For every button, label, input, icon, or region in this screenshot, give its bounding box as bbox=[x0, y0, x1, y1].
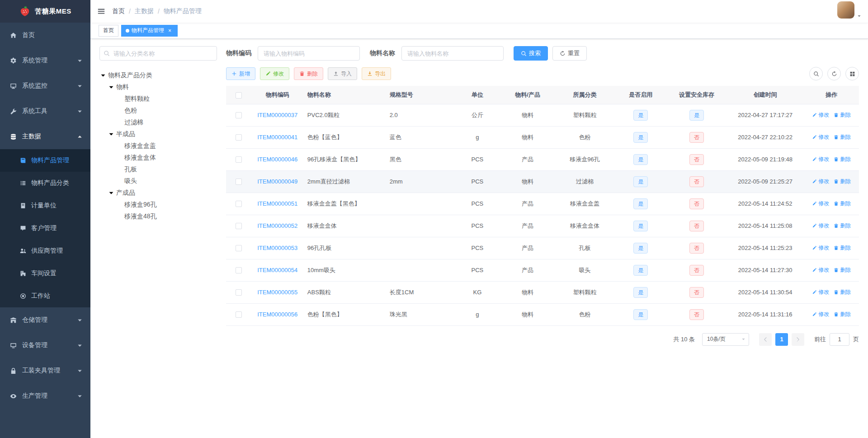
question-icon[interactable] bbox=[807, 0, 816, 23]
sidebar-subitem-5[interactable]: 车间设置 bbox=[0, 262, 90, 285]
row-delete-link[interactable]: 删除 bbox=[834, 133, 851, 141]
row-edit-link[interactable]: 修改 bbox=[812, 266, 829, 274]
row-delete-link[interactable]: 删除 bbox=[834, 288, 851, 296]
sidebar-item-1[interactable]: 系统管理 bbox=[0, 48, 90, 73]
row-edit-link[interactable]: 修改 bbox=[812, 222, 829, 230]
select-all-checkbox[interactable] bbox=[236, 92, 242, 99]
edit-button[interactable]: 修改 bbox=[260, 67, 289, 80]
table-row-9[interactable]: ITEM00000056色粉【黑色】珠光黑g物料色粉是否2022-05-14 1… bbox=[226, 303, 859, 325]
row-delete-link[interactable]: 删除 bbox=[834, 222, 851, 230]
caret-down-icon[interactable] bbox=[108, 131, 115, 138]
font-size-icon[interactable] bbox=[825, 0, 834, 23]
export-button[interactable]: 导出 bbox=[362, 67, 391, 80]
tree-node-12[interactable]: 移液盒48孔 bbox=[99, 211, 217, 222]
row-edit-link[interactable]: 修改 bbox=[812, 311, 829, 318]
row-checkbox[interactable] bbox=[236, 311, 242, 318]
reset-button[interactable]: 重置 bbox=[552, 46, 587, 61]
sidebar-item-4[interactable]: 主数据 bbox=[0, 124, 90, 149]
sidebar-subitem-4[interactable]: 供应商管理 bbox=[0, 240, 90, 262]
sidebar-item-0[interactable]: 首页 bbox=[0, 23, 90, 48]
tree-node-9[interactable]: 吸头 bbox=[99, 175, 217, 187]
goto-page-input[interactable] bbox=[830, 333, 849, 346]
sidebar-item-5[interactable]: 仓储管理 bbox=[0, 307, 90, 333]
row-checkbox[interactable] bbox=[236, 267, 242, 273]
page-1-button[interactable]: 1 bbox=[775, 333, 788, 346]
category-search-input[interactable] bbox=[99, 46, 217, 61]
table-row-0[interactable]: ITEM00000037PVC2.0颗粒2.0公斤物料塑料颗粒是是2022-04… bbox=[226, 104, 859, 126]
tree-node-1[interactable]: 物料 bbox=[99, 81, 217, 93]
github-icon[interactable] bbox=[797, 0, 807, 23]
breadcrumb-item-0[interactable]: 首页 bbox=[112, 7, 125, 15]
tree-node-7[interactable]: 移液盒盒体 bbox=[99, 152, 217, 164]
import-button[interactable]: 导入 bbox=[328, 67, 357, 80]
row-edit-link[interactable]: 修改 bbox=[812, 133, 829, 141]
row-delete-link[interactable]: 删除 bbox=[834, 244, 851, 252]
table-row-3[interactable]: ITEM000000492mm直径过滤棉2mmPCS物料过滤棉是否2022-05… bbox=[226, 170, 859, 193]
table-row-2[interactable]: ITEM0000004696孔移液盒【黑色】黑色PCS产品移液盒96孔是否202… bbox=[226, 148, 859, 170]
refresh-table-button[interactable] bbox=[827, 67, 841, 80]
tree-node-3[interactable]: 色粉 bbox=[99, 105, 217, 117]
prev-page-button[interactable] bbox=[759, 333, 772, 346]
sidebar-item-6[interactable]: 设备管理 bbox=[0, 333, 90, 358]
row-delete-link[interactable]: 删除 bbox=[834, 266, 851, 274]
tree-node-2[interactable]: 塑料颗粒 bbox=[99, 93, 217, 105]
tree-node-0[interactable]: 物料及产品分类 bbox=[99, 70, 217, 81]
material-name-input[interactable] bbox=[401, 46, 504, 61]
sidebar-subitem-2[interactable]: 计量单位 bbox=[0, 194, 90, 217]
next-page-button[interactable] bbox=[792, 333, 804, 346]
material-code-link[interactable]: ITEM00000041 bbox=[257, 134, 297, 141]
tree-node-8[interactable]: 孔板 bbox=[99, 164, 217, 175]
material-code-link[interactable]: ITEM00000055 bbox=[257, 289, 297, 296]
sidebar-item-7[interactable]: 工装夹具管理 bbox=[0, 358, 90, 383]
material-code-link[interactable]: ITEM00000052 bbox=[257, 222, 297, 229]
material-code-input[interactable] bbox=[258, 46, 360, 61]
row-checkbox[interactable] bbox=[236, 179, 242, 185]
sidebar-item-3[interactable]: 系统工具 bbox=[0, 99, 90, 124]
toggle-search-button[interactable] bbox=[809, 67, 823, 80]
row-delete-link[interactable]: 删除 bbox=[834, 178, 851, 185]
close-icon[interactable]: × bbox=[166, 27, 173, 34]
row-delete-link[interactable]: 删除 bbox=[834, 155, 851, 163]
search-icon[interactable] bbox=[788, 0, 797, 23]
tree-node-6[interactable]: 移液盒盒盖 bbox=[99, 140, 217, 152]
row-edit-link[interactable]: 修改 bbox=[812, 288, 829, 296]
tree-node-5[interactable]: 半成品 bbox=[99, 128, 217, 140]
search-button[interactable]: 搜索 bbox=[514, 46, 548, 61]
material-code-link[interactable]: ITEM00000049 bbox=[257, 178, 297, 185]
row-checkbox[interactable] bbox=[236, 156, 242, 163]
user-menu[interactable] bbox=[834, 1, 868, 21]
delete-button[interactable]: 删除 bbox=[294, 67, 323, 80]
material-code-link[interactable]: ITEM00000053 bbox=[257, 245, 297, 251]
table-row-6[interactable]: ITEM0000005396孔孔板PCS产品孔板是否2022-05-14 11:… bbox=[226, 237, 859, 259]
avatar[interactable] bbox=[837, 1, 854, 19]
hamburger-icon[interactable] bbox=[90, 0, 112, 23]
material-code-link[interactable]: ITEM00000046 bbox=[257, 156, 297, 163]
sidebar-subitem-3[interactable]: 客户管理 bbox=[0, 217, 90, 240]
row-delete-link[interactable]: 删除 bbox=[834, 311, 851, 318]
material-code-link[interactable]: ITEM00000037 bbox=[257, 112, 297, 118]
row-edit-link[interactable]: 修改 bbox=[812, 200, 829, 207]
sidebar-subitem-6[interactable]: 工作站 bbox=[0, 285, 90, 307]
row-checkbox[interactable] bbox=[236, 223, 242, 229]
material-code-link[interactable]: ITEM00000051 bbox=[257, 200, 297, 207]
sidebar-subitem-1[interactable]: 物料产品分类 bbox=[0, 172, 90, 194]
tab-1[interactable]: 物料产品管理× bbox=[121, 25, 178, 37]
app-logo[interactable]: 苦糖果MES bbox=[0, 0, 90, 23]
caret-down-icon[interactable] bbox=[108, 189, 115, 197]
row-delete-link[interactable]: 删除 bbox=[834, 111, 851, 119]
row-edit-link[interactable]: 修改 bbox=[812, 178, 829, 185]
table-row-7[interactable]: ITEM0000005410mm吸头PCS产品吸头是否2022-05-14 11… bbox=[226, 259, 859, 281]
material-code-link[interactable]: ITEM00000056 bbox=[257, 311, 297, 318]
sidebar-item-8[interactable]: 生产管理 bbox=[0, 383, 90, 409]
row-checkbox[interactable] bbox=[236, 289, 242, 296]
row-checkbox[interactable] bbox=[236, 134, 242, 141]
sidebar-subitem-0[interactable]: 物料产品管理 bbox=[0, 149, 90, 172]
table-row-1[interactable]: ITEM00000041色粉【蓝色】蓝色g物料色粉是否2022-04-27 22… bbox=[226, 126, 859, 148]
material-code-link[interactable]: ITEM00000054 bbox=[257, 267, 297, 273]
table-row-5[interactable]: ITEM00000052移液盒盒体PCS产品移液盒盒体是否2022-05-14 … bbox=[226, 215, 859, 237]
add-button[interactable]: 新增 bbox=[226, 67, 255, 80]
columns-button[interactable] bbox=[845, 67, 859, 80]
tree-node-4[interactable]: 过滤棉 bbox=[99, 117, 217, 128]
caret-down-icon[interactable] bbox=[99, 72, 107, 79]
sidebar-item-2[interactable]: 系统监控 bbox=[0, 73, 90, 99]
